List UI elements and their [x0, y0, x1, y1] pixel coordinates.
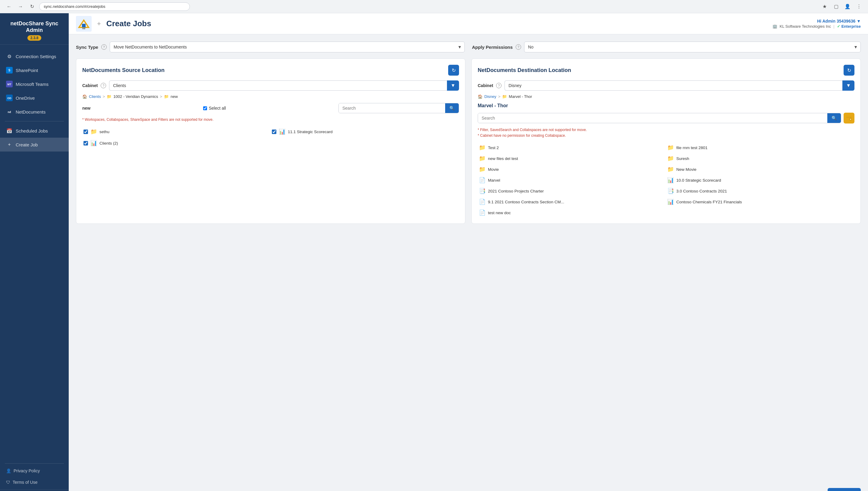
source-panel-title: NetDocuments Source Location	[82, 67, 165, 74]
dest-cabinet-label: Cabinet	[478, 83, 493, 88]
source-cabinet-label: Cabinet	[82, 83, 97, 88]
user-greeting[interactable]: Hi Admin 35439636 ▼	[817, 19, 861, 24]
dest-file-item-3-contoso[interactable]: 📑 3.0 Contoso Contracts 2021	[666, 186, 855, 196]
word-icon: 📄	[479, 209, 485, 216]
source-file-label[interactable]: sethu	[100, 129, 109, 134]
sidebar-item-onedrive[interactable]: OD OneDrive	[0, 91, 69, 105]
dest-cabinet-dropdown-button[interactable]: ▼	[842, 80, 855, 91]
save-button[interactable]: 💾 Save	[828, 488, 861, 491]
sidebar: netDocShare Sync Admin 2.3.8 ⚙ Connectio…	[0, 13, 69, 491]
apply-permissions-help[interactable]: ?	[516, 44, 521, 50]
svg-text:OD: OD	[7, 97, 11, 100]
svg-text:nd: nd	[8, 111, 11, 114]
select-all-label[interactable]: Select all	[203, 106, 226, 111]
dest-search-row: 🔍 +	[478, 113, 855, 123]
sync-type-select-wrapper: Move NetDocuments to NetDocuments Sync N…	[110, 41, 465, 52]
source-file-checkbox-clients[interactable]	[83, 141, 88, 145]
dest-file-item-test-new-doc[interactable]: 📄 test new doc	[478, 208, 666, 218]
dest-refresh-button[interactable]: ↻	[844, 65, 855, 76]
breadcrumb-label[interactable]: Marvel - Thor	[509, 94, 532, 99]
apply-permissions-select[interactable]: No Yes	[524, 41, 861, 52]
dest-location-title: Marvel - Thor	[478, 103, 855, 109]
dest-file-label: New Movie	[676, 167, 697, 172]
dest-file-item-marvel[interactable]: 📄 Marvel	[478, 175, 666, 185]
dest-cabinet-input[interactable]	[505, 80, 842, 91]
panels-row: NetDocuments Source Location ↻ Cabinet ?…	[76, 58, 861, 224]
save-bar: 💾 Save	[69, 483, 868, 491]
sync-type-label: Sync Type	[76, 45, 98, 50]
breadcrumb-label[interactable]: Clients	[89, 94, 101, 99]
source-refresh-button[interactable]: ↻	[448, 65, 459, 76]
folder-icon: 📁	[667, 166, 674, 173]
source-search-input[interactable]	[339, 103, 445, 113]
dest-file-grid: 📁 Test 2 📁 file rnm test 2801 📁 new file…	[478, 143, 855, 218]
page-title: Create Jobs	[106, 19, 151, 28]
dest-breadcrumb-item-0: 🏠 Disney	[478, 94, 496, 99]
source-warning: * Workspaces, Collabspaces, ShareSpace a…	[82, 117, 459, 123]
dest-file-item-9-1-2021[interactable]: 📄 9.1 2021 Contoso Contracts Section CM.…	[478, 197, 666, 207]
pdf-icon: 📑	[667, 187, 674, 194]
source-file-checkbox-sethu[interactable]	[83, 129, 88, 134]
dest-file-item-contoso-chemicals[interactable]: 📊 Contoso Chemicals FY21 Financials	[666, 197, 855, 207]
sidebar-item-microsoft-teams[interactable]: MT Microsoft Teams	[0, 77, 69, 91]
source-search-wrapper: 🔍	[338, 103, 459, 113]
breadcrumb-label[interactable]: Disney	[484, 94, 496, 99]
source-cabinet-select-wrapper: ▼	[109, 80, 459, 91]
sidebar-item-netdocuments[interactable]: nd NetDocuments	[0, 105, 69, 119]
pdf-icon: 📑	[479, 187, 485, 194]
excel-icon: 📊	[279, 128, 285, 135]
dest-file-item-10-strategic[interactable]: 📊 10.0 Strategic Scorecard	[666, 175, 855, 185]
star-button[interactable]: ★	[820, 2, 829, 11]
app-title: netDocShare Sync Admin	[5, 21, 64, 33]
source-file-label[interactable]: Clients (2)	[100, 141, 118, 145]
dest-search-input[interactable]	[478, 113, 827, 123]
topbar-right: Hi Admin 35439636 ▼ 🏢 KL Software Techno…	[773, 19, 861, 29]
dest-file-item-test2[interactable]: 📁 Test 2	[478, 143, 666, 152]
dest-cabinet-help[interactable]: ?	[496, 83, 502, 88]
source-cabinet-help[interactable]: ?	[101, 83, 106, 88]
source-cabinet-input[interactable]	[109, 80, 447, 91]
dest-breadcrumb: 🏠 Disney > 📁 Marvel - Thor	[478, 94, 855, 99]
sidebar-item-label: NetDocuments	[16, 109, 46, 114]
source-cabinet-dropdown-button[interactable]: ▼	[447, 80, 459, 91]
sidebar-item-sharepoint[interactable]: S SharePoint	[0, 63, 69, 77]
sidebar-nav: ⚙ Connection Settings S SharePoint MT Mi…	[0, 45, 69, 461]
address-bar[interactable]	[39, 2, 190, 11]
source-file-label[interactable]: 11.1 Strategic Scorecard	[288, 129, 333, 134]
dest-search-button[interactable]: 🔍	[827, 113, 841, 123]
breadcrumb-label[interactable]: new	[171, 94, 178, 99]
forward-button[interactable]: →	[16, 2, 25, 11]
back-button[interactable]: ←	[5, 2, 13, 11]
dest-file-item-contoso-projects[interactable]: 📑 2021 Contoso Projects Charter	[478, 186, 666, 196]
copyright: Copyright © 2024 KLoBot Inc., All rights…	[0, 490, 69, 491]
source-file-checkbox-strategic[interactable]	[272, 129, 276, 134]
sync-type-help[interactable]: ?	[101, 44, 107, 50]
breadcrumb-label[interactable]: 1002 - Veridian Dynamics	[113, 94, 158, 99]
privacy-policy-link[interactable]: 👤 Privacy Policy	[0, 466, 69, 475]
user-account-button[interactable]: 👤	[843, 2, 852, 11]
folder-icon: 📁	[90, 128, 97, 135]
dest-file-item-new-files-del[interactable]: 📁 new files del test	[478, 154, 666, 163]
new-folder-button[interactable]: +	[844, 113, 855, 123]
menu-button[interactable]: ⋮	[855, 2, 863, 11]
dest-file-item-suresh[interactable]: 📁 Suresh	[666, 154, 855, 163]
dest-file-item-new-movie[interactable]: 📁 New Movie	[666, 165, 855, 174]
extensions-button[interactable]: ▢	[832, 2, 840, 11]
reload-button[interactable]: ↻	[28, 2, 36, 11]
source-search-button[interactable]: 🔍	[445, 103, 459, 113]
dest-file-label: file rnm test 2801	[676, 145, 708, 150]
sidebar-item-scheduled-jobs[interactable]: 📅 Scheduled Jobs	[0, 124, 69, 138]
sidebar-item-label: Scheduled Jobs	[16, 128, 48, 134]
cabinet-icon: 🏠	[82, 94, 87, 99]
sidebar-item-create-job[interactable]: + Create Job	[0, 138, 69, 151]
dest-file-item-file-rnm[interactable]: 📁 file rnm test 2801	[666, 143, 855, 152]
select-all-checkbox[interactable]	[203, 106, 207, 110]
terms-of-use-link[interactable]: 🛡 Terms of Use	[0, 478, 69, 487]
version-badge: 2.3.8	[27, 35, 41, 41]
sync-type-select[interactable]: Move NetDocuments to NetDocuments Sync N…	[110, 41, 465, 52]
breadcrumb-sep-0: >	[498, 94, 501, 99]
sidebar-item-label: Microsoft Teams	[16, 82, 49, 87]
dest-file-label: 10.0 Strategic Scorecard	[676, 178, 721, 182]
sidebar-item-connection-settings[interactable]: ⚙ Connection Settings	[0, 49, 69, 63]
dest-file-item-movie[interactable]: 📁 Movie	[478, 165, 666, 174]
